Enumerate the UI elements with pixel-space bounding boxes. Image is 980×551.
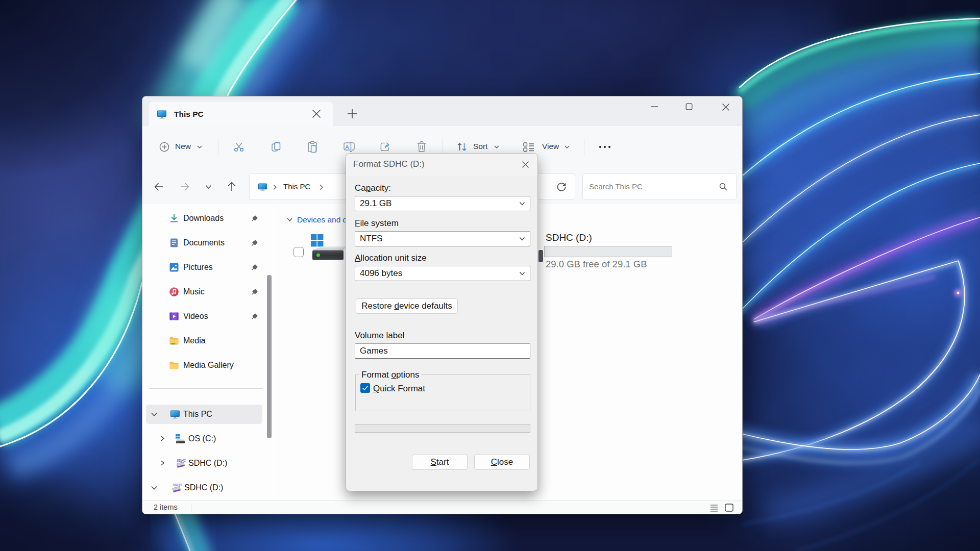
svg-text:SDHC: SDHC <box>173 483 182 487</box>
svg-text:A: A <box>346 144 349 150</box>
svg-text:SDHC: SDHC <box>177 459 186 462</box>
